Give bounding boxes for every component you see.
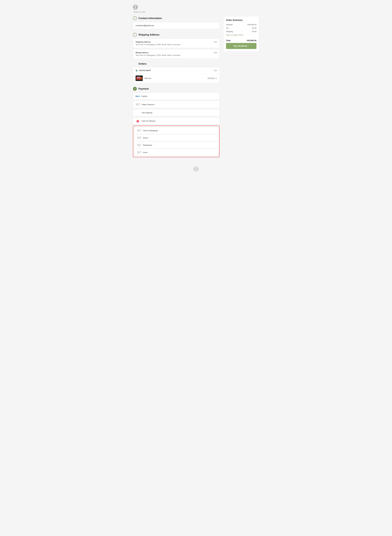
svg-point-12 [141, 79, 141, 80]
shipping-address-label: Shipping Address [135, 41, 180, 43]
order-item: Red Car €30,000 x 1 [133, 74, 219, 83]
amex-label: Amex [143, 151, 148, 153]
coupon-link[interactable]: Have a coupon code ? [226, 34, 257, 36]
orders-section-title: Orders [138, 62, 146, 65]
logo-area: WORLDWIDE [133, 3, 259, 11]
billing-edit-link[interactable]: Edit [214, 52, 217, 54]
shipping-section: ✓ Shipping Address Shipping Address Test… [133, 33, 219, 59]
stripe-label: Stripe Checkout [142, 103, 154, 105]
svg-point-10 [137, 79, 138, 80]
pay-button[interactable]: Pay €30,000.00 › [226, 43, 257, 49]
paypal-label: PayPal [142, 95, 147, 97]
billing-address-content: Billing Address Test User For Mangopay, … [135, 52, 180, 56]
right-column: Order Summary Subtotal €30,000.00 Tax €0… [224, 16, 259, 52]
svg-rect-8 [137, 77, 140, 78]
red-car-svg [135, 76, 143, 81]
shipping-address-card: Shipping Address Test User For Mangopay,… [133, 38, 219, 48]
product-price: €30,000 x 1 [208, 77, 217, 79]
left-column: ✓ Contact information customer@gmail.com… [133, 16, 219, 161]
test-label: Test Gateway [142, 112, 152, 114]
check-icon: ✓ [134, 17, 136, 19]
orders-section-header: Orders [133, 62, 219, 65]
orders-section: Orders 🏪 SHAAD MART Edit [133, 62, 219, 83]
shipping-section-title: Shipping Address [138, 33, 159, 36]
billing-address-value: Test User For Mangopay, 12355, Berlin, B… [135, 54, 180, 56]
payment-section: 4 Payment PayPal PayPal Stripe Che [133, 87, 219, 157]
visa-mangopay-label: Visa for Mangopay [143, 129, 158, 132]
payment-option-test[interactable]: Test Gateway [133, 109, 219, 116]
footer-logo [194, 167, 198, 172]
total-value: €30,000.00 [247, 39, 257, 42]
stripe-cc-icon [136, 103, 140, 106]
footer [133, 161, 259, 174]
highlighted-payment-group: Visa for Mangopay Diners [133, 125, 219, 157]
visa-cc-icon [137, 129, 141, 132]
store-name-label: SHAAD MART [139, 69, 151, 72]
order-summary-title: Order Summary [226, 19, 257, 21]
orders-store-header: 🏪 SHAAD MART Edit [133, 67, 219, 74]
subtotal-label: Subtotal [226, 24, 233, 26]
visa-mangopay-icon [137, 129, 141, 132]
stripe-icon [135, 103, 140, 106]
product-image [135, 76, 143, 81]
summary-tax-row: Tax €0.00 [226, 27, 257, 29]
summary-total-row: Total €30,000.00 [226, 38, 257, 42]
svg-rect-13 [140, 77, 142, 78]
back-link-label: Return to Cart [134, 11, 145, 13]
masterpass-cc-icon [137, 144, 141, 146]
summary-shipping-row: Shipping €0.00 [226, 30, 257, 33]
back-to-cart-link[interactable]: ‹ Return to Cart [133, 11, 259, 13]
payment-section-title: Payment [138, 87, 149, 90]
subtotal-value: €30,000.00 [247, 24, 257, 26]
shipping-check-icon: ✓ [134, 34, 136, 36]
contact-info-card: customer@gmail.com [133, 22, 219, 29]
back-chevron-icon: ‹ [133, 11, 134, 13]
shipping-address-value: Test User For Mangopay, 12355, Berlin, B… [135, 43, 180, 46]
tax-label: Tax [226, 27, 229, 29]
orders-card: 🏪 SHAAD MART Edit [133, 67, 219, 83]
pay-button-label: Pay €30,000.00 [233, 45, 247, 47]
shipping-address-content: Shipping Address Test User For Mangopay,… [135, 41, 180, 46]
shipping-edit-link[interactable]: Edit [214, 41, 217, 43]
shipping-label: Shipping [226, 30, 233, 33]
shipping-value: €0.00 [252, 30, 257, 33]
cod-label: Cash On Delivery [142, 120, 156, 122]
payment-option-stripe[interactable]: Stripe Checkout [133, 101, 219, 108]
payment-option-visa-mangopay[interactable]: Visa for Mangopay [134, 127, 218, 134]
payment-option-cod[interactable]: 👛 Cash On Delivery [133, 117, 219, 124]
summary-subtotal-row: Subtotal €30,000.00 [226, 24, 257, 26]
store-name: 🏪 SHAAD MART [135, 69, 151, 72]
contact-email: customer@gmail.com [135, 24, 154, 27]
payment-option-paypal[interactable]: PayPal PayPal [133, 93, 219, 100]
shipping-step-check: ✓ [133, 33, 137, 37]
diners-label: Diners [143, 137, 148, 139]
order-summary-card: Order Summary Subtotal €30,000.00 Tax €0… [224, 16, 259, 52]
total-label: Total [226, 39, 230, 42]
amex-icon [137, 151, 141, 154]
shipping-address-row: Shipping Address Test User For Mangopay,… [135, 41, 217, 46]
payment-option-amex[interactable]: Amex [134, 149, 218, 156]
product-name: Red Car [145, 77, 206, 79]
payment-step-circle: 4 [133, 87, 137, 91]
contact-step-check: ✓ [133, 16, 137, 20]
contact-section: ✓ Contact information customer@gmail.com [133, 16, 219, 29]
masterpass-icon [137, 144, 141, 146]
cod-icon: 👛 [135, 120, 140, 122]
contact-section-header: ✓ Contact information [133, 16, 219, 20]
billing-address-card: Billing Address Test User For Mangopay, … [133, 49, 219, 59]
orders-edit-link[interactable]: Edit [214, 69, 217, 72]
tax-value: €0.00 [252, 27, 257, 29]
paypal-icon: PayPal [135, 95, 140, 98]
payment-section-header: 4 Payment [133, 87, 219, 91]
svg-text:WORLDWIDE: WORLDWIDE [134, 9, 137, 10]
cash-icon: 👛 [136, 119, 139, 122]
diners-icon [137, 136, 141, 139]
payment-option-diners[interactable]: Diners [134, 134, 218, 141]
payment-option-masterpass[interactable]: Masterpass [134, 141, 218, 149]
pay-button-arrow: › [248, 45, 249, 47]
test-icon [135, 111, 140, 114]
amex-cc-icon [137, 151, 141, 154]
diners-cc-icon [137, 136, 141, 139]
store-icon: 🏪 [135, 69, 138, 72]
store-logo: WORLDWIDE [133, 5, 138, 10]
